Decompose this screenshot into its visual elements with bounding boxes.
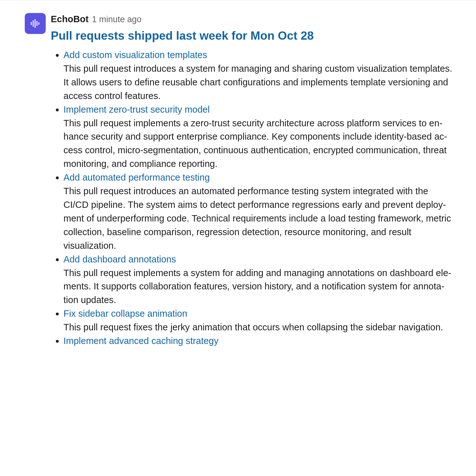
list-item: Implement advanced caching strategy <box>63 334 454 348</box>
bot-avatar[interactable] <box>25 13 46 34</box>
pr-description: This pull request introduces an automate… <box>63 186 451 251</box>
pr-link[interactable]: Add automated performance testing <box>63 172 210 182</box>
svg-rect-1 <box>33 20 34 27</box>
pr-description: This pull request introduces a system fo… <box>63 63 452 101</box>
bot-name[interactable]: EchoBot <box>51 14 89 24</box>
pr-link[interactable]: Implement advanced caching strategy <box>63 336 218 346</box>
pr-link[interactable]: Add custom visualization templates <box>63 50 207 60</box>
list-item: Add automated performance testing This p… <box>63 171 454 252</box>
svg-rect-4 <box>38 22 39 25</box>
message-content: EchoBot 1 minute ago Pull requests shipp… <box>51 13 454 348</box>
pull-request-list: Add custom visualization templates This … <box>51 48 454 348</box>
pr-link[interactable]: Fix sidebar collapse animation <box>63 308 187 319</box>
svg-rect-0 <box>31 22 32 25</box>
list-item: Add custom visualization templates This … <box>63 48 454 103</box>
message-title-link[interactable]: Pull requests shipped last week for Mon … <box>51 29 454 43</box>
pr-description: This pull request implements a zero-trus… <box>63 118 447 169</box>
bottom-fade-overlay <box>0 393 476 476</box>
list-item: Implement zero-trust security model This… <box>63 103 454 171</box>
pr-link[interactable]: Add dashboard annotations <box>63 254 176 264</box>
message-header: EchoBot 1 minute ago <box>51 14 454 25</box>
pr-link[interactable]: Implement zero-trust security model <box>63 104 210 115</box>
svg-rect-2 <box>35 19 36 28</box>
pr-description: This pull request implements a system fo… <box>63 268 451 305</box>
chat-message: EchoBot 1 minute ago Pull requests shipp… <box>0 0 476 348</box>
message-viewport: EchoBot 1 minute ago Pull requests shipp… <box>0 0 476 476</box>
pr-description: This pull request fixes the jerky animat… <box>63 322 443 332</box>
list-item: Add dashboard annotations This pull requ… <box>63 253 454 307</box>
list-item: Fix sidebar collapse animation This pull… <box>63 307 454 334</box>
svg-rect-3 <box>36 21 37 26</box>
message-timestamp[interactable]: 1 minute ago <box>92 15 142 24</box>
waveform-icon <box>29 17 41 30</box>
